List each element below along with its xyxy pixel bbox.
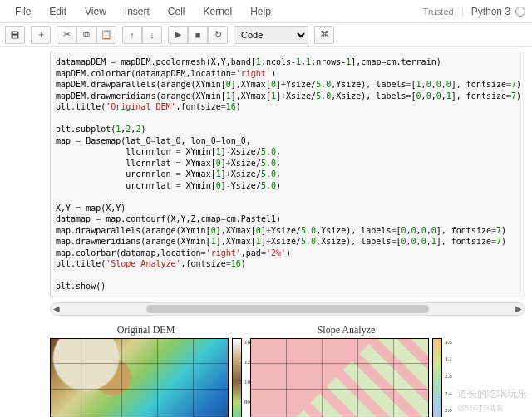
output-area: ◀ ▶ Original DEM 16001200100080060040020…: [50, 302, 525, 418]
celltype-select[interactable]: Code: [234, 26, 308, 44]
plot-title: Slope Analyze: [250, 324, 442, 336]
menu-help[interactable]: Help: [242, 2, 279, 21]
menu-file[interactable]: File: [7, 2, 39, 21]
copy-button[interactable]: ⧉: [76, 26, 96, 44]
code-editor[interactable]: datamapDEM = mapDEM.pcolormesh(X,Y,band[…: [50, 52, 525, 297]
plot-title: Original DEM: [50, 324, 242, 336]
colorbar-terrain: 160012001000800600400200: [232, 338, 242, 418]
plot-original-dem: Original DEM 160012001000800600400200: [50, 324, 242, 418]
paste-button[interactable]: 📋: [96, 26, 116, 44]
notebook-area[interactable]: datamapDEM = mapDEM.pcolormesh(X,Y,band[…: [0, 47, 532, 417]
dem-map: [50, 338, 229, 418]
move-down-button[interactable]: ↓: [142, 26, 162, 44]
run-button[interactable]: ▶: [168, 26, 188, 44]
menu-edit[interactable]: Edit: [41, 2, 75, 21]
toolbar: ＋ ✂ ⧉ 📋 ↑ ↓ ▶ ■ ↻ Code ⌘: [0, 23, 532, 47]
cut-button[interactable]: ✂: [57, 26, 76, 44]
colorbar-slope: 3.63.22.82.42.01.61.20.8: [432, 338, 442, 418]
menu-cell[interactable]: Cell: [160, 2, 194, 21]
menu-view[interactable]: View: [76, 2, 115, 21]
trusted-indicator[interactable]: Trusted: [423, 7, 463, 17]
kernel-name: Python 3: [471, 6, 510, 17]
input-prompt: [7, 52, 50, 297]
code-cell[interactable]: datamapDEM = mapDEM.pcolormesh(X,Y,band[…: [7, 52, 525, 297]
kernel-status-icon: [515, 7, 525, 17]
plot-slope-analyze: Slope Analyze 3.63.22.82.42.01.61.20.8: [250, 324, 442, 418]
add-cell-button[interactable]: ＋: [31, 26, 51, 44]
scroll-left-icon[interactable]: ◀: [53, 304, 60, 313]
command-palette-button[interactable]: ⌘: [314, 26, 334, 44]
horizontal-scrollbar[interactable]: ◀ ▶: [50, 302, 525, 316]
restart-button[interactable]: ↻: [208, 26, 228, 44]
kernel-indicator[interactable]: Python 3: [471, 6, 525, 17]
slope-map: [250, 338, 429, 418]
menu-kernel[interactable]: Kernel: [195, 2, 241, 21]
scrollbar-thumb[interactable]: [146, 305, 429, 313]
scroll-right-icon[interactable]: ▶: [515, 304, 522, 313]
menubar: File Edit View Insert Cell Kernel Help T…: [0, 0, 532, 23]
menu-insert[interactable]: Insert: [116, 2, 158, 21]
save-button[interactable]: [5, 26, 25, 44]
move-up-button[interactable]: ↑: [122, 26, 142, 44]
stop-button[interactable]: ■: [188, 26, 208, 44]
